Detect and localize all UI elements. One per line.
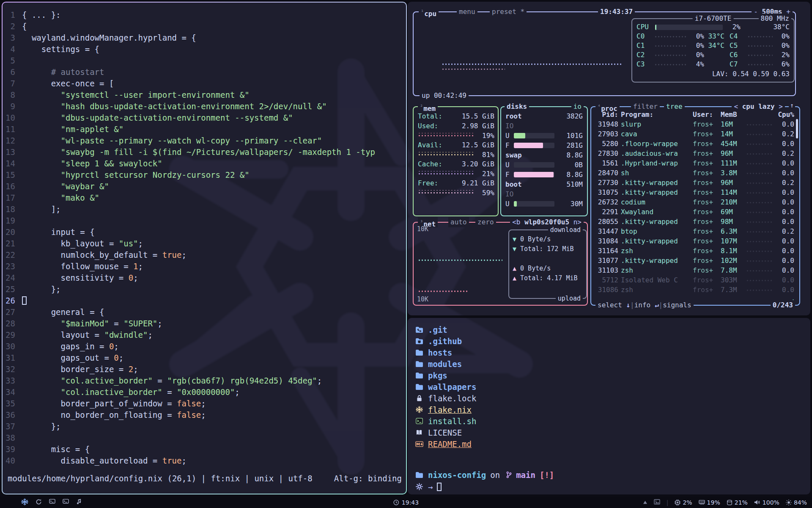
code-line[interactable]: 2{ — [3, 21, 406, 32]
code-line[interactable]: 20 input = { — [3, 226, 406, 238]
sort-selector[interactable]: < cpu lazy > — [732, 102, 785, 112]
code-line[interactable]: 9 "hash dbus-update-activation-environme… — [3, 101, 406, 112]
code-line[interactable]: 39 misc = { — [3, 444, 406, 455]
code-line[interactable]: 34 "col.inactive_border" = "0x00000000"; — [3, 387, 406, 398]
editor-window[interactable]: 1{ ... }:2{3 wayland.windowManager.hyprl… — [3, 3, 406, 494]
code-line[interactable]: 32 border_size = 2; — [3, 364, 406, 375]
code-line[interactable]: 21 kb_layout = "us"; — [3, 238, 406, 249]
preset-button[interactable]: preset * — [490, 7, 527, 17]
code-line[interactable]: 1{ ... }: — [3, 9, 406, 21]
process-row[interactable]: 31084.kitty-wrappedfros+107M0.0 — [591, 236, 799, 246]
info-button[interactable]: info ↵ — [634, 301, 659, 309]
code-line[interactable]: 31 gaps_out = 0; — [3, 352, 406, 364]
process-row[interactable]: 31164zshfros+8.1M0.0 — [591, 246, 799, 256]
code-line[interactable]: 7 exec-once = [ — [3, 78, 406, 89]
process-row[interactable]: 27730.kitty-wrappedfros+96M0.2 — [591, 178, 799, 188]
scroll-up-indicator[interactable]: ↑ — [789, 102, 795, 109]
select-button[interactable]: select ↓ — [598, 301, 630, 309]
process-row[interactable]: 31948slurpfros+16M0.0 — [591, 119, 799, 129]
process-row[interactable]: 26732codiumfros+210M0.0 — [591, 197, 799, 207]
code-line[interactable]: 3 wayland.windowManager.hyprland = { — [3, 32, 406, 44]
process-row[interactable]: 1561.Hyprland-wrapfros+111M0.0 — [591, 158, 799, 168]
code-line[interactable]: 14 "sleep 1 && swaylock" — [3, 158, 406, 169]
code-line[interactable]: 5 — [3, 55, 406, 66]
disks-panel-title[interactable]: disks — [505, 102, 529, 112]
file-row[interactable]: pkgs — [414, 370, 806, 381]
process-scrollbar[interactable] — [796, 119, 798, 138]
code-line[interactable]: 33 "col.active_border" = "rgb(cba6f7) rg… — [3, 375, 406, 387]
brightness-module[interactable]: 84% — [786, 499, 807, 506]
cpu-module[interactable]: 2% — [675, 499, 692, 506]
btop-window[interactable]: ¹cpu menu preset * 19:43:37 - 500ms + up… — [408, 2, 810, 315]
music-icon[interactable] — [76, 499, 82, 506]
code-line[interactable]: 19 — [3, 215, 406, 226]
code-line[interactable]: 27 general = { — [3, 306, 406, 318]
editor-code[interactable]: 1{ ... }:2{3 wayland.windowManager.hyprl… — [3, 9, 406, 467]
code-line[interactable]: 4 settings = { — [3, 44, 406, 55]
file-row[interactable]: flake.lock — [414, 392, 806, 404]
filter-button[interactable]: filter — [631, 102, 660, 112]
code-line[interactable]: 6 # autostart — [3, 66, 406, 78]
io-mode-button[interactable]: io — [571, 102, 584, 112]
cpu-panel-title[interactable]: ¹cpu — [419, 7, 439, 17]
process-row[interactable]: 5280.floorp-wrappefros+454M0.0 — [591, 139, 799, 149]
nix-icon[interactable] — [21, 498, 28, 507]
file-row[interactable]: flake.nix — [414, 404, 806, 415]
code-line[interactable]: 37 }; — [3, 421, 406, 432]
code-line[interactable]: 11 "nm-applet &" — [3, 124, 406, 135]
file-row[interactable]: install.sh — [414, 415, 806, 427]
file-row[interactable]: .git — [414, 324, 806, 335]
code-line[interactable]: 28 "$mainMod" = "SUPER"; — [3, 318, 406, 329]
code-line[interactable]: 25 }; — [3, 284, 406, 295]
code-line[interactable]: 8 "systemctl --user import-environment &… — [3, 89, 406, 101]
disk-module[interactable]: 21% — [727, 499, 748, 506]
code-line[interactable]: 17 "mako &" — [3, 192, 406, 204]
terminal-window-icon[interactable] — [49, 499, 55, 506]
net-auto-button[interactable]: auto — [448, 217, 469, 227]
code-line[interactable]: 30 gaps_in = 0; — [3, 341, 406, 352]
process-row[interactable]: 28470shfros+3.8M0.0 — [591, 168, 799, 178]
file-row[interactable]: hosts — [414, 347, 806, 358]
code-line[interactable]: 29 layout = "dwindle"; — [3, 329, 406, 341]
process-row[interactable]: 31447btopfros+6.3M0.2 — [591, 226, 799, 236]
memory-module[interactable]: 19% — [699, 499, 720, 506]
terminal-window-icon[interactable] — [63, 499, 69, 506]
code-line[interactable]: 38 — [3, 432, 406, 444]
code-line[interactable]: 35 border_part_of_window = false; — [3, 398, 406, 409]
code-line[interactable]: 23 follow_mouse = 1; — [3, 261, 406, 272]
process-row[interactable]: 2291Xwaylandfros+69M0.0 — [591, 207, 799, 217]
code-line[interactable]: 16 "waybar &" — [3, 181, 406, 192]
file-row[interactable]: modules — [414, 358, 806, 370]
code-line[interactable]: 10 "dbus-update-activation-environment -… — [3, 112, 406, 124]
up-arrow-icon[interactable] — [643, 499, 647, 506]
process-row[interactable]: 31075.kitty-wrappedfros+114M0.0 — [591, 188, 799, 197]
process-row[interactable]: 31077.kitty-wrappedfros+102M0.0 — [591, 256, 799, 265]
code-line[interactable]: 15 "hyprctl setcursor Nordzy-cursors 22 … — [3, 169, 406, 181]
code-line[interactable]: 26 — [3, 295, 406, 306]
signals-button[interactable]: signals — [663, 301, 691, 309]
refresh-icon[interactable] — [36, 499, 42, 506]
code-line[interactable]: 13 "swaybg -m fill -i $(find ~/Pictures/… — [3, 146, 406, 158]
menu-button[interactable]: menu — [457, 7, 477, 17]
process-row[interactable]: 5712Isolated Web Cfros+303M0.0 — [591, 275, 799, 285]
image-icon[interactable] — [654, 499, 660, 506]
process-row[interactable]: 27830.audacious-wrafros+96M0.2 — [591, 149, 799, 158]
shell-input-line[interactable]: → — [414, 481, 806, 492]
net-zero-button[interactable]: zero — [475, 217, 496, 227]
file-row[interactable]: .github — [414, 335, 806, 347]
process-row[interactable]: 28055.kitty-wrappedfros+98M0.0 — [591, 217, 799, 226]
process-row[interactable]: 27903cavafros+14M0.2 — [591, 129, 799, 139]
process-row[interactable]: 31103zshfros+7.8M0.0 — [591, 265, 799, 275]
tree-button[interactable]: tree — [664, 102, 685, 112]
code-line[interactable]: 18 ]; — [3, 204, 406, 215]
code-line[interactable]: 36 no_border_on_floating = false; — [3, 409, 406, 421]
code-line[interactable]: 40 disable_autoreload = true; — [3, 455, 406, 467]
shell-terminal-window[interactable]: .git.githubhostsmodulespkgswallpapersfla… — [408, 318, 810, 494]
memory-panel-title[interactable]: ²mem — [418, 102, 438, 112]
file-row[interactable]: LICENSE — [414, 427, 806, 438]
code-line[interactable]: 12 "wl-paste --primary --watch wl-copy -… — [3, 135, 406, 146]
file-row[interactable]: README.md — [414, 438, 806, 450]
code-line[interactable]: 24 sensitivity = 0; — [3, 272, 406, 284]
clock-module[interactable]: 19:43 — [393, 499, 419, 506]
interval-minus-button[interactable]: - — [754, 8, 758, 16]
